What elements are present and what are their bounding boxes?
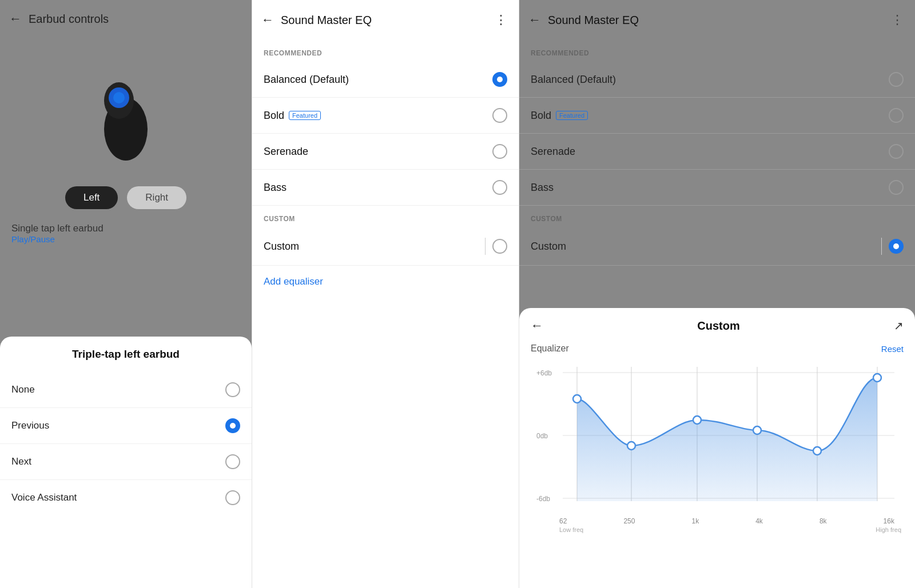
equalizer-label: Equalizer: [531, 343, 569, 354]
panel1-title: Earbud controls: [29, 13, 109, 26]
list-item[interactable]: Serenade: [252, 134, 519, 170]
list-item[interactable]: Balanced (Default): [519, 62, 915, 98]
p3-custom-section-label: CUSTOM: [519, 206, 915, 227]
panel3-menu-icon[interactable]: ⋮: [889, 10, 906, 30]
svg-text:-6db: -6db: [536, 495, 550, 503]
p3-bold-label: Bold Featured: [531, 110, 588, 122]
panel1-header: ← Earbud controls: [0, 0, 252, 38]
p3-bold-radio[interactable]: [889, 108, 904, 123]
earbud-toggle: Left Right: [0, 186, 252, 209]
bold-radio[interactable]: [492, 108, 507, 123]
panel3-top: ← Sound Master EQ ⋮ RECOMMENDED Balanced…: [519, 0, 915, 266]
right-toggle-button[interactable]: Right: [127, 186, 186, 209]
p3-featured-badge: Featured: [556, 111, 588, 120]
list-item[interactable]: Serenade: [519, 134, 915, 170]
eq-chart-container: +6db 0db -6db: [531, 358, 904, 530]
eq-chart-svg: +6db 0db -6db: [531, 358, 904, 513]
p3-bass-radio[interactable]: [889, 180, 904, 195]
freq-x-labels: 62 250 1k 4k 8k 16k: [531, 515, 904, 525]
freq-label-62: 62: [559, 517, 567, 525]
panel2-menu-icon[interactable]: ⋮: [492, 10, 510, 30]
svg-point-19: [753, 426, 761, 434]
bottom-sheet-title: Triple-tap left earbud: [0, 348, 252, 372]
panel2-back-icon[interactable]: ←: [261, 13, 274, 27]
serenade-radio[interactable]: [492, 144, 507, 159]
list-item[interactable]: Bold Featured: [252, 98, 519, 134]
earbud-illustration: [74, 49, 177, 163]
freq-range-labels: Low freq High freq: [531, 525, 904, 533]
custom-radio[interactable]: [492, 239, 507, 254]
list-item[interactable]: Bold Featured: [519, 98, 915, 134]
play-pause-action[interactable]: Play/Pause: [11, 234, 240, 244]
option-next-label: Next: [11, 456, 31, 467]
panel3-back-icon[interactable]: ←: [528, 13, 541, 27]
custom-sheet-back-icon[interactable]: ←: [531, 318, 543, 333]
list-item[interactable]: Previous: [0, 408, 252, 444]
list-item[interactable]: Bass: [519, 170, 915, 206]
custom-sheet-title: Custom: [543, 319, 894, 333]
svg-point-18: [693, 416, 701, 424]
sound-master-eq-panel-custom: ← Sound Master EQ ⋮ RECOMMENDED Balanced…: [519, 0, 915, 588]
low-freq-label: Low freq: [559, 526, 583, 533]
single-tap-label: Single tap left earbud: [11, 223, 240, 234]
option-none-label: None: [11, 384, 35, 395]
list-item[interactable]: Voice Assistant: [0, 480, 252, 515]
panel3-header-left: ← Sound Master EQ: [528, 13, 639, 27]
list-item[interactable]: Balanced (Default): [252, 62, 519, 98]
recommended-label: RECOMMENDED: [252, 40, 519, 62]
custom-sheet-header: ← Custom ↗: [519, 308, 915, 343]
featured-badge: Featured: [289, 111, 321, 120]
balanced-radio[interactable]: [492, 72, 507, 87]
list-item[interactable]: Next: [0, 444, 252, 480]
option-next-radio[interactable]: [225, 454, 240, 469]
freq-label-1k: 1k: [691, 517, 699, 525]
serenade-label: Serenade: [264, 146, 308, 158]
add-equaliser-button[interactable]: Add equaliser: [252, 266, 335, 298]
list-item[interactable]: Custom: [519, 227, 915, 266]
option-voice-radio[interactable]: [225, 490, 240, 505]
panel2-title: Sound Master EQ: [281, 14, 372, 27]
custom-label: Custom: [264, 241, 299, 253]
bold-label: Bold Featured: [264, 110, 321, 122]
custom-edit-icon[interactable]: ↗: [894, 319, 904, 333]
eq-chart-area: Equalizer Reset +6db 0db -6db: [519, 343, 915, 530]
earbud-image-area: [0, 38, 252, 175]
back-arrow-icon[interactable]: ←: [9, 11, 22, 26]
divider: [485, 238, 486, 255]
panel2-header: ← Sound Master EQ ⋮: [252, 0, 519, 40]
option-voice-label: Voice Assistant: [11, 492, 77, 503]
p3-divider: [881, 238, 882, 255]
panel3-header: ← Sound Master EQ ⋮: [519, 0, 915, 40]
panel3-title: Sound Master EQ: [548, 14, 639, 27]
freq-label-250: 250: [623, 517, 635, 525]
list-item[interactable]: None: [0, 372, 252, 408]
p3-serenade-radio[interactable]: [889, 144, 904, 159]
svg-point-3: [113, 92, 125, 103]
p3-balanced-radio[interactable]: [889, 72, 904, 87]
earbud-controls-panel: ← Earbud controls Left Right Single tap …: [0, 0, 252, 588]
list-item[interactable]: Bass: [252, 170, 519, 206]
left-toggle-button[interactable]: Left: [65, 186, 118, 209]
bass-radio[interactable]: [492, 180, 507, 195]
balanced-default-label: Balanced (Default): [264, 74, 349, 86]
single-tap-section: Single tap left earbud Play/Pause: [0, 209, 252, 249]
freq-label-16k: 16k: [884, 517, 894, 525]
p3-serenade-label: Serenade: [531, 146, 575, 158]
high-freq-label: High freq: [876, 526, 901, 533]
p3-balanced-label: Balanced (Default): [531, 74, 616, 86]
svg-text:0db: 0db: [536, 432, 548, 440]
panel3-recommended-label: RECOMMENDED: [519, 40, 915, 62]
option-previous-radio[interactable]: [225, 418, 240, 433]
panel2-header-left: ← Sound Master EQ: [261, 13, 372, 27]
svg-point-20: [813, 447, 821, 455]
custom-section-label: CUSTOM: [252, 206, 519, 227]
reset-button[interactable]: Reset: [881, 344, 904, 354]
option-none-radio[interactable]: [225, 382, 240, 397]
svg-point-17: [627, 442, 635, 450]
eq-meta-row: Equalizer Reset: [531, 343, 904, 354]
p3-custom-label: Custom: [531, 241, 566, 253]
triple-tap-bottom-sheet: Triple-tap left earbud None Previous Nex…: [0, 337, 252, 588]
p3-custom-radio[interactable]: [889, 239, 904, 254]
freq-label-4k: 4k: [755, 517, 763, 525]
list-item[interactable]: Custom: [252, 227, 519, 266]
